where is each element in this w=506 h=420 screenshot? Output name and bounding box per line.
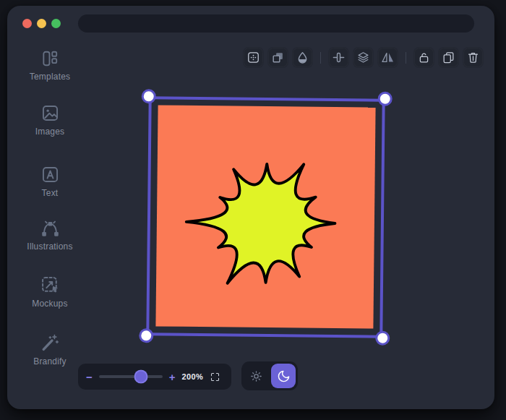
corner-dots-icon: [246, 51, 260, 64]
zoom-controls: − + 200%: [78, 364, 231, 390]
zoom-level: 200%: [182, 372, 204, 381]
corner-dots-button[interactable]: [243, 47, 264, 68]
duplicate-overlap-button[interactable]: [267, 47, 288, 68]
mockups-icon: [40, 275, 60, 295]
color-drop-button[interactable]: [292, 47, 313, 68]
text-icon: [40, 165, 60, 184]
theme-toggle: [241, 361, 298, 390]
titlebar-pill[interactable]: [78, 14, 474, 33]
toolbar: [243, 47, 484, 68]
moon-icon: [277, 369, 291, 383]
theme-option-light[interactable]: [244, 364, 268, 388]
fullscreen-icon: [210, 372, 220, 382]
sidebar-label: Mockups: [32, 299, 67, 309]
fullscreen-button[interactable]: [210, 372, 220, 382]
sidebar-label: Illustrations: [27, 241, 72, 252]
traffic-light-close[interactable]: [22, 19, 32, 28]
selection-border[interactable]: [146, 96, 385, 338]
lock-button[interactable]: [413, 47, 434, 68]
sidebar-label: Brandify: [33, 356, 67, 367]
zoom-slider-thumb[interactable]: [134, 370, 147, 384]
flip-horizontal-icon: [381, 51, 395, 64]
sun-icon: [249, 369, 263, 383]
theme-option-dark[interactable]: [271, 364, 296, 388]
sidebar-label: Images: [35, 127, 65, 137]
resize-handle-top-left[interactable]: [142, 89, 156, 103]
illustrations-icon: [40, 220, 60, 238]
flip-vertical-button[interactable]: [328, 47, 349, 68]
copy-icon: [442, 51, 455, 64]
traffic-lights: [22, 19, 61, 28]
copy-button[interactable]: [438, 47, 459, 68]
images-icon: [40, 103, 60, 123]
resize-handle-bottom-right[interactable]: [375, 331, 390, 346]
zoom-slider-track[interactable]: [99, 375, 163, 378]
toolbar-divider: [320, 52, 321, 64]
zoom-out-button[interactable]: −: [86, 372, 93, 382]
toolbar-divider: [406, 52, 406, 64]
sidebar-item-brandify[interactable]: Brandify: [15, 333, 85, 367]
sidebar-item-images[interactable]: Images: [15, 103, 85, 137]
trash-button[interactable]: [463, 47, 484, 68]
canvas-selection-group: [146, 96, 385, 338]
resize-handle-top-right[interactable]: [378, 92, 393, 106]
sidebar-label: Text: [42, 188, 59, 198]
traffic-light-minimize[interactable]: [37, 19, 46, 28]
resize-handle-bottom-left[interactable]: [139, 328, 153, 343]
color-drop-icon: [296, 51, 309, 64]
sidebar-item-templates[interactable]: Templates: [15, 49, 85, 82]
duplicate-overlap-icon: [271, 51, 285, 64]
templates-icon: [40, 49, 59, 68]
sidebar-item-illustrations[interactable]: Illustrations: [15, 220, 85, 252]
flip-horizontal-button[interactable]: [377, 47, 398, 68]
app-window: Templates Images Text Illustrations: [7, 6, 494, 409]
sidebar-item-text[interactable]: Text: [15, 165, 85, 198]
layers-button[interactable]: [353, 47, 374, 68]
sidebar-item-mockups[interactable]: Mockups: [15, 275, 85, 309]
brandify-icon: [40, 333, 60, 353]
trash-icon: [466, 51, 480, 64]
sidebar-label: Templates: [30, 72, 71, 82]
layers-icon: [356, 51, 370, 64]
zoom-in-button[interactable]: +: [169, 372, 176, 382]
flip-vertical-icon: [332, 51, 346, 64]
lock-icon: [417, 51, 431, 64]
traffic-light-zoom[interactable]: [51, 19, 61, 28]
